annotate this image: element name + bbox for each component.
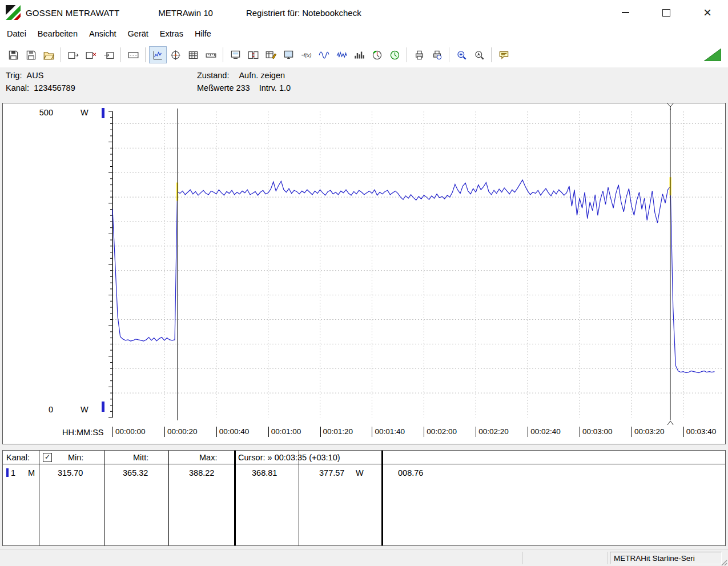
- close-icon: ×: [703, 6, 711, 19]
- header-min: Min:: [68, 453, 83, 462]
- menu-datei[interactable]: Datei: [1, 27, 32, 41]
- minimize-button[interactable]: [605, 0, 646, 25]
- print-button[interactable]: [411, 46, 428, 63]
- y-axis-unit-bottom: W: [81, 405, 89, 414]
- save-measurement-button[interactable]: [5, 46, 22, 63]
- x-tick-label: 00:02:00: [424, 427, 457, 437]
- menu-extras[interactable]: Extras: [154, 27, 189, 41]
- menu-hilfe[interactable]: Hilfe: [189, 27, 217, 41]
- statusbar: METRAHit Starline-Seri: [0, 549, 728, 566]
- zoom-cursor-icon: [474, 50, 485, 61]
- titlebar: GOSSEN METRAWATT METRAwin 10 Registriert…: [0, 0, 728, 25]
- svg-text:f(x): f(x): [304, 52, 312, 58]
- measurement-table: Kanal: ✓ Min: Mitt: Max: Cursor: » 00:03…: [2, 450, 726, 546]
- header-max: Max:: [199, 453, 217, 462]
- scope-view-icon: [170, 50, 181, 61]
- chart-view-button[interactable]: [149, 46, 167, 63]
- column-separator: [39, 451, 39, 545]
- device-transfer-button[interactable]: [244, 46, 262, 63]
- noise-waveform-button[interactable]: [333, 46, 351, 63]
- column-separator: [299, 451, 299, 545]
- power-meter-clock-button[interactable]: [368, 46, 386, 63]
- toolbar-separator: [120, 47, 122, 62]
- header-cursor: Cursor: » 00:03:35 (+03:10): [238, 453, 340, 462]
- harmonics-button[interactable]: [351, 46, 368, 63]
- app-window: GOSSEN METRAWATT METRAwin 10 Registriert…: [0, 0, 728, 566]
- menu-ansicht[interactable]: Ansicht: [83, 27, 122, 41]
- kanal-label: Kanal:: [6, 83, 29, 93]
- annotation-note-icon: [498, 50, 509, 61]
- toolbar-separator: [407, 47, 408, 62]
- resize-grip[interactable]: [719, 558, 727, 566]
- numeric-display-button[interactable]: [124, 46, 142, 63]
- row-unit: W: [356, 468, 364, 477]
- zustand-value: Aufn. zeigen: [239, 71, 285, 80]
- card-clear-button[interactable]: [82, 46, 100, 63]
- menubar: DateiBearbeitenAnsichtGerätExtrasHilfe: [0, 25, 728, 42]
- row-channel: 1: [11, 468, 15, 477]
- numeric-display-icon: [128, 50, 139, 61]
- edit-values-icon: [266, 50, 276, 61]
- brand-name: GOSSEN METRAWATT: [26, 8, 119, 18]
- scale-settings-button[interactable]: [202, 46, 220, 63]
- scale-settings-icon: [206, 50, 216, 61]
- timer-clock-icon: [389, 50, 400, 61]
- app-logo-icon: [6, 5, 21, 20]
- row-max: 388.22: [189, 468, 214, 477]
- power-line-chart[interactable]: [112, 111, 722, 418]
- open-file-button[interactable]: [40, 46, 58, 63]
- x-axis: HH:MM:SS 00:00:0000:00:2000:00:4000:01:0…: [3, 425, 725, 440]
- trig-label: Trig:: [6, 71, 22, 80]
- column-separator: [168, 451, 169, 545]
- print-icon: [414, 50, 425, 61]
- row-delta: 008.76: [398, 468, 423, 477]
- kanal-value: 123456789: [34, 83, 75, 93]
- table-view-icon: [188, 50, 199, 61]
- edit-values-button[interactable]: [262, 46, 280, 63]
- channel-color-marker-top: [102, 108, 104, 118]
- menu-bearbeiten[interactable]: Bearbeiten: [32, 27, 83, 41]
- card-export-button[interactable]: [65, 46, 82, 63]
- chart-plot-area[interactable]: [112, 111, 722, 418]
- timer-clock-button[interactable]: [386, 46, 404, 63]
- save-config-button[interactable]: [22, 46, 40, 63]
- zustand-label: Zustand:: [197, 71, 229, 80]
- row-mitt: 365.32: [123, 468, 148, 477]
- x-tick-label: 00:00:40: [216, 427, 250, 437]
- acquisition-status-panel: Trig: AUS Kanal: 123456789 Zustand: Aufn…: [0, 67, 728, 103]
- table-view-button[interactable]: [184, 46, 202, 63]
- print-preview-button[interactable]: [428, 46, 446, 63]
- annotation-note-button[interactable]: [495, 46, 513, 63]
- maximize-button[interactable]: [646, 0, 687, 25]
- cursor-bottom-marker: [667, 421, 673, 425]
- column-separator: [234, 451, 236, 545]
- zoom-cursor-button[interactable]: [470, 46, 488, 63]
- toolbar-separator: [449, 47, 450, 62]
- save-measurement-icon: [8, 50, 19, 61]
- x-tick-label: 00:00:20: [164, 427, 198, 437]
- x-tick-label: 00:00:00: [112, 427, 146, 437]
- zoom-in-button[interactable]: [453, 46, 470, 63]
- toolbar-separator: [61, 47, 62, 62]
- monitor-display-icon: [283, 50, 294, 61]
- y-axis-unit-top: W: [81, 108, 89, 117]
- column-separator: [381, 451, 383, 545]
- formula-fx-button[interactable]: f(x): [297, 46, 315, 63]
- device-settings-button[interactable]: [227, 46, 244, 63]
- toolbar-separator: [223, 47, 224, 62]
- y-axis-max-label: 500: [35, 108, 53, 117]
- sine-waveform-button[interactable]: [315, 46, 333, 63]
- channel-visible-checkbox[interactable]: ✓: [43, 453, 52, 462]
- row-mode: M: [28, 468, 35, 477]
- close-button[interactable]: ×: [687, 0, 728, 25]
- card-read-button[interactable]: [100, 46, 118, 63]
- row-cursor1: 368.81: [252, 468, 277, 477]
- monitor-display-button[interactable]: [280, 46, 297, 63]
- statusbar-separator: [522, 552, 523, 564]
- scope-view-button[interactable]: [167, 46, 184, 63]
- menu-gert[interactable]: Gerät: [122, 27, 154, 41]
- card-read-icon: [103, 50, 114, 61]
- column-separator: [104, 451, 104, 545]
- check-icon: ✓: [45, 453, 50, 461]
- noise-waveform-icon: [336, 50, 347, 61]
